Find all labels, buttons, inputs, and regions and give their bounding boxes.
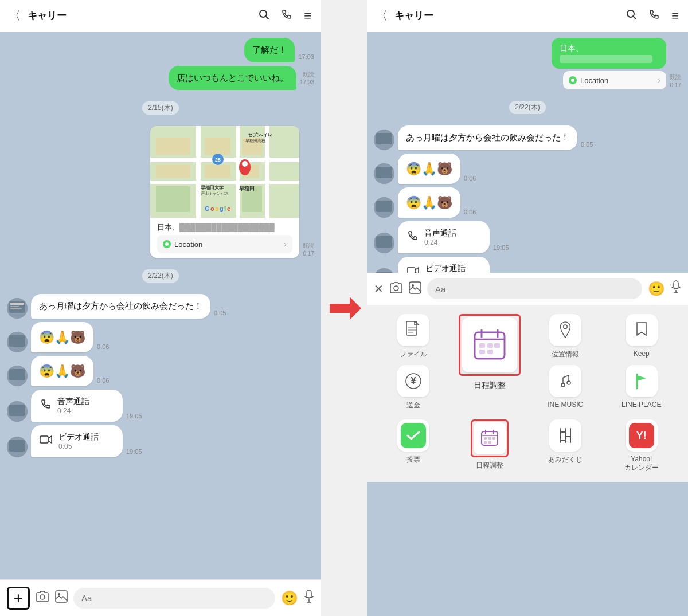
bubble-emoji: 😨🙏🐻 <box>398 154 460 184</box>
video-call-bubble: ビデオ通話 0:05 <box>31 425 123 457</box>
keep-attachment[interactable]: Keep <box>607 314 677 359</box>
msg-time: 0:05 <box>581 141 593 148</box>
svg-rect-95 <box>488 437 491 440</box>
chevron-right-icon: › <box>284 240 287 249</box>
schedule-small-attachment[interactable]: 日程調整 <box>455 419 525 473</box>
svg-line-1 <box>266 17 269 19</box>
left-search-icon[interactable] <box>258 9 269 23</box>
camera-button-right[interactable] <box>389 281 403 297</box>
plus-button[interactable]: + <box>7 587 30 610</box>
vote-icon-wrap <box>397 419 429 452</box>
svg-text:e: e <box>227 205 230 212</box>
avatar <box>7 366 28 386</box>
right-date-separator: 2/22(木) <box>509 101 545 114</box>
image-button[interactable] <box>55 590 68 606</box>
msg-time: 0:06 <box>97 377 109 384</box>
svg-rect-66 <box>409 282 421 293</box>
msg-row-emoji-1: 😨🙏🐻 0:06 <box>7 322 314 352</box>
schedule-small-icon <box>480 429 499 448</box>
file-attachment[interactable]: ファイル <box>378 314 449 359</box>
file-label: ファイル <box>400 350 427 359</box>
date-separator-row: 2/15(木) <box>7 97 314 119</box>
avatar <box>7 332 28 352</box>
left-menu-icon[interactable]: ≡ <box>304 9 312 23</box>
vote-attachment[interactable]: 投票 <box>378 419 449 473</box>
svg-text:o: o <box>215 205 219 212</box>
close-button[interactable]: ✕ <box>374 282 384 296</box>
svg-rect-98 <box>488 441 491 444</box>
svg-rect-12 <box>205 165 230 178</box>
left-back-button[interactable]: 〈 <box>9 8 21 23</box>
yahoo-attachment[interactable]: Y! Yahoo! カレンダー <box>607 419 677 473</box>
emoji-button-right[interactable]: 🙂 <box>648 281 665 297</box>
svg-text:l: l <box>224 205 226 212</box>
yahoo-icon: Y! <box>629 423 654 448</box>
svg-rect-39 <box>9 369 25 380</box>
right-phone-icon[interactable] <box>648 9 660 23</box>
left-phone-icon[interactable] <box>281 9 292 23</box>
svg-text:¥: ¥ <box>411 376 416 386</box>
svg-rect-68 <box>674 281 678 289</box>
inemusic-attachment[interactable]: INE MUSIC <box>530 365 601 410</box>
svg-rect-37 <box>9 335 25 347</box>
bubble-incoming: あっ月曜は夕方から会社の飲み会だった！ <box>398 125 577 150</box>
chevron-right-icon: › <box>658 76 660 85</box>
amida-attachment[interactable]: あみだくじ <box>530 419 601 473</box>
date-separator-2: 2/22(木) <box>142 269 178 283</box>
right-emoji-2: 😨🙏🐻 0:06 <box>374 187 681 218</box>
svg-rect-80 <box>487 343 493 348</box>
voice-call-bubble-right: 音声通話 0:24 <box>398 221 490 253</box>
msg-row: 17:03 了解だ！ <box>7 38 314 62</box>
message-input-right[interactable] <box>427 278 642 299</box>
vote-label: 投票 <box>406 455 420 465</box>
video-icon <box>40 435 53 447</box>
msg-time: 19:05 <box>493 244 509 251</box>
lineplace-attachment[interactable]: LINE PLACE <box>607 365 677 410</box>
location-attachment[interactable]: 位置情報 <box>530 314 601 359</box>
lineplace-icon-wrap <box>626 365 658 397</box>
amida-icon <box>557 426 573 445</box>
avatar <box>374 268 394 273</box>
svg-rect-41 <box>9 405 25 416</box>
avatar <box>374 163 394 184</box>
map-bubble[interactable]: セブン-イレ 早稲田高校 早稲田大学 戸山キャンパス 早稲田 25 G o <box>150 126 299 258</box>
right-back-button[interactable]: 〈 <box>376 8 388 23</box>
location-icon-wrap <box>549 314 581 346</box>
schedule-attachment-big[interactable]: 日程調整 <box>455 314 525 410</box>
location-dot-icon <box>569 76 577 84</box>
svg-text:g: g <box>220 205 224 212</box>
msg-row: 既読17:03 店はいつもんとこでいいね。 <box>7 66 314 91</box>
right-search-icon[interactable] <box>626 9 637 23</box>
left-bottom-bar: + 🙂 <box>0 579 321 616</box>
schedule-red-border <box>459 314 521 376</box>
mic-button-right[interactable] <box>671 280 681 297</box>
svg-point-65 <box>394 286 398 291</box>
sendmoney-attachment[interactable]: ¥ 送金 <box>378 365 449 410</box>
location-icon <box>557 321 573 339</box>
svg-rect-43 <box>9 440 25 452</box>
file-icon <box>405 321 421 339</box>
emoji-button[interactable]: 🙂 <box>281 590 298 606</box>
svg-rect-5 <box>196 126 201 218</box>
image-button-right[interactable] <box>409 281 421 297</box>
map-msg-row: 既読0:17 <box>7 126 314 258</box>
svg-rect-64 <box>407 268 415 273</box>
arrow-container <box>321 0 367 616</box>
location-link[interactable]: Location › <box>157 235 292 253</box>
mic-button[interactable] <box>304 590 314 607</box>
left-chat-area: 17:03 了解だ！ 既読17:03 店はいつもんとこでいいね。 2/15(木)… <box>0 32 321 579</box>
date-separator: 2/15(木) <box>142 101 178 115</box>
inemusic-label: INE MUSIC <box>548 401 583 409</box>
right-msg-row-1: あっ月曜は夕方から会社の飲み会だった！ 0:05 <box>374 125 681 150</box>
svg-rect-82 <box>479 350 485 354</box>
svg-rect-33 <box>10 303 24 305</box>
message-input[interactable] <box>73 588 275 609</box>
keep-icon-wrap <box>626 314 658 346</box>
bubble: 了解だ！ <box>244 38 295 62</box>
camera-button[interactable] <box>36 590 49 606</box>
call-title: 音声通話 <box>57 397 89 407</box>
location-link-right[interactable]: Location › <box>563 71 666 89</box>
right-menu-icon[interactable]: ≡ <box>671 9 679 23</box>
msg-read: 既読0:17 <box>670 73 681 89</box>
svg-point-24 <box>242 161 248 167</box>
